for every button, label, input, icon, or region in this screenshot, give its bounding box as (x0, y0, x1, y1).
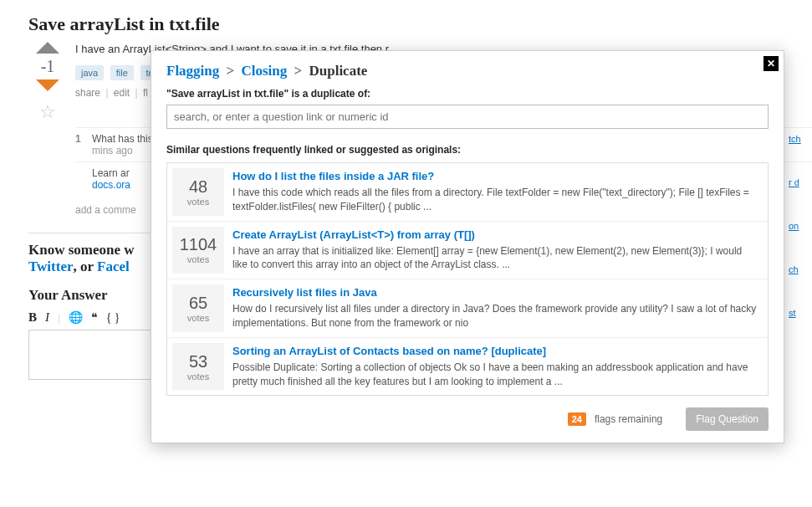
duplicate-of-label: "Save arrayList in txt.file" is a duplic… (166, 88, 769, 100)
vote-box: 1104 votes (172, 227, 224, 274)
side-link[interactable]: ch (789, 264, 812, 274)
similar-questions-label: Similar questions frequently linked or s… (166, 144, 769, 156)
know-someone-text: Know someone w (28, 242, 135, 258)
breadcrumb-closing[interactable]: Closing (241, 63, 287, 79)
votes-label: votes (187, 197, 209, 207)
close-icon[interactable]: ✕ (763, 56, 779, 71)
side-link[interactable]: tch (789, 134, 812, 144)
vote-box: 48 votes (172, 168, 224, 216)
vote-count: 53 (189, 352, 207, 371)
suggestions-list: 48 votes How do I list the files inside … (166, 162, 769, 396)
vote-count: 48 (189, 177, 207, 197)
separator: | (105, 87, 108, 99)
side-link[interactable]: st (789, 308, 812, 318)
side-link[interactable]: r d (789, 177, 812, 187)
votes-label: votes (187, 371, 209, 382)
suggestion-item[interactable]: 53 votes Sorting an ArrayList of Contact… (167, 337, 768, 396)
chevron-right-icon: > (294, 63, 303, 79)
breadcrumb-current: Duplicate (309, 63, 367, 79)
suggestion-excerpt: Possible Duplicate: Sorting a collection… (232, 361, 759, 389)
vote-box: 53 votes (172, 343, 224, 391)
flag-link[interactable]: fl (143, 87, 148, 99)
chevron-right-icon: > (227, 63, 235, 79)
twitter-link[interactable]: Twitter (28, 259, 74, 274)
votes-label: votes (187, 254, 209, 264)
code-icon[interactable]: { } (106, 311, 120, 325)
separator: | (135, 87, 138, 99)
suggestion-body: Create ArrayList (ArrayList<T>) from arr… (232, 222, 768, 279)
bold-button[interactable]: B (28, 310, 37, 325)
facebook-link[interactable]: Facel (97, 259, 130, 274)
comment-score: 1 (75, 133, 92, 156)
suggestion-title[interactable]: Create ArrayList (ArrayList<T>) from arr… (232, 228, 759, 241)
suggestion-item[interactable]: 48 votes How do I list the files inside … (167, 163, 768, 221)
downvote-button[interactable] (36, 79, 59, 91)
vote-count: 1104 (180, 235, 217, 254)
suggestion-body: Recursively list files in Java How do I … (232, 279, 768, 337)
side-link[interactable]: on (789, 221, 812, 231)
suggestion-title[interactable]: Sorting an ArrayList of Contacts based o… (232, 345, 759, 357)
italic-button[interactable]: I (45, 310, 49, 325)
favorite-star-icon[interactable]: ☆ (39, 101, 56, 123)
vote-column: -1 ☆ (28, 42, 67, 216)
suggestion-excerpt: I have this code which reads all the fil… (232, 186, 759, 214)
page-title: Save arrayList in txt.file (0, 0, 812, 42)
vote-score: -1 (41, 57, 55, 76)
flags-remaining-label: flags remaining (595, 413, 662, 425)
tag-file[interactable]: file (110, 65, 134, 80)
suggestion-body: Sorting an ArrayList of Contacts based o… (232, 338, 768, 396)
duplicate-search-input[interactable] (166, 105, 769, 129)
quote-icon[interactable]: ❝ (91, 310, 98, 325)
sidebar-links: tch r d on ch st (789, 134, 812, 351)
suggestion-excerpt: How do I recursively list all files unde… (232, 302, 759, 330)
share-link[interactable]: share (75, 87, 100, 99)
suggestion-title[interactable]: Recursively list files in Java (232, 286, 759, 299)
suggestion-body: How do I list the files inside a JAR fil… (232, 163, 768, 221)
breadcrumb: Flagging > Closing > Duplicate (166, 63, 769, 79)
breadcrumb-flagging[interactable]: Flagging (166, 63, 219, 79)
suggestion-item[interactable]: 65 votes Recursively list files in Java … (167, 279, 768, 337)
tag-java[interactable]: java (75, 65, 104, 80)
flags-count-badge: 24 (568, 412, 586, 426)
comment-score (75, 167, 92, 191)
edit-link[interactable]: edit (114, 87, 130, 99)
suggestion-item[interactable]: 1104 votes Create ArrayList (ArrayList<T… (167, 221, 768, 279)
vote-box: 65 votes (172, 284, 224, 332)
comment-time: mins ago (92, 145, 133, 156)
link-icon[interactable]: 🌐 (69, 310, 83, 325)
upvote-button[interactable] (36, 42, 59, 54)
modal-footer: 24 flags remaining Flag Question (166, 407, 769, 431)
votes-label: votes (187, 313, 209, 323)
comment-link[interactable]: docs.ora (92, 179, 130, 191)
suggestion-title[interactable]: How do I list the files inside a JAR fil… (232, 170, 759, 182)
vote-count: 65 (189, 294, 207, 313)
suggestion-excerpt: I have an array that is initialized like… (232, 244, 759, 273)
flag-dialog: ✕ Flagging > Closing > Duplicate "Save a… (151, 50, 784, 443)
or-text: , or (74, 259, 98, 274)
comment-body: Learn ar (92, 167, 130, 179)
flag-question-button[interactable]: Flag Question (686, 407, 769, 431)
separator: | (58, 311, 60, 325)
